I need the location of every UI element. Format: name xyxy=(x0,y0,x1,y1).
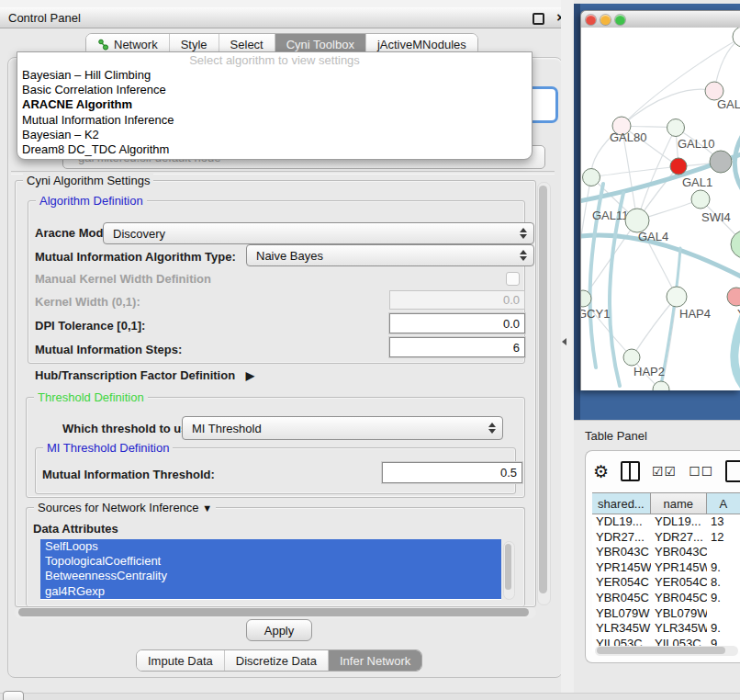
dropdown-item-basic-correlation-inference[interactable]: Basic Correlation Inference xyxy=(17,83,532,97)
table-row[interactable]: YBR043CYBR043C xyxy=(592,545,740,560)
network-icon xyxy=(97,39,109,51)
network-window-titlebar[interactable] xyxy=(580,10,740,29)
control-panel-title: Control Panel xyxy=(8,11,81,25)
network-node-swi4[interactable] xyxy=(691,190,710,209)
table-cell: YPR145W xyxy=(592,560,651,576)
column-header-name[interactable]: name xyxy=(651,493,707,514)
table-cell: YBR045C xyxy=(651,591,707,606)
mi-steps-input[interactable]: 6 xyxy=(389,337,525,357)
which-threshold-label: Which threshold to use: xyxy=(62,422,198,435)
application-window: Control Panel × NetworkStyleSelectCyni T… xyxy=(0,0,740,700)
splitter-collapse-icon[interactable] xyxy=(562,338,566,345)
table-cell: YBR043C xyxy=(651,545,707,560)
mi-type-combo[interactable]: Naive Bayes xyxy=(246,244,534,266)
float-window-icon[interactable] xyxy=(533,13,544,25)
network-canvas[interactable]: GALGAL80GAL10GAL1GAL11SWI4GAL4GCY1HAP4YH… xyxy=(580,28,740,390)
bottom-tab-discretize-data[interactable]: Discretize Data xyxy=(225,650,329,671)
kernel-width-input[interactable]: 0.0 xyxy=(389,290,525,310)
dropdown-item-dream8-dc-tdc-algorithm[interactable]: Dream8 DC_TDC Algorithm xyxy=(17,142,532,157)
apply-button[interactable]: Apply xyxy=(246,619,312,641)
mi-threshold-label: Mutual Information Threshold: xyxy=(42,468,215,481)
control-panel-header: Control Panel × xyxy=(0,7,574,28)
dropdown-item-bayesian-hill-climbing[interactable]: Bayesian – Hill Climbing xyxy=(17,68,532,83)
bottom-tab-impute-data[interactable]: Impute Data xyxy=(137,650,225,671)
document-icon[interactable] xyxy=(725,460,740,482)
dpi-tolerance-input[interactable]: 0.0 xyxy=(389,313,525,333)
table-row[interactable]: YER054CYER054C8. xyxy=(592,575,740,591)
network-node[interactable] xyxy=(653,381,669,390)
settings-vertical-scrollbar[interactable] xyxy=(537,182,551,605)
data-attributes-list: SelfLoopsTopologicalCoefficientBetweenne… xyxy=(40,539,501,600)
table-cell: 8. xyxy=(707,575,740,591)
table-row[interactable]: YBR045CYBR045C9. xyxy=(592,591,740,606)
network-node-hap2[interactable] xyxy=(623,349,640,366)
dropdown-item-bayesian-k2[interactable]: Bayesian – K2 xyxy=(17,128,532,142)
dpi-tolerance-label: DPI Tolerance [0,1]: xyxy=(35,319,145,333)
attribute-item-betweennesscentrality[interactable]: BetweennessCentrality xyxy=(40,569,501,583)
bottom-tab-infer-network[interactable]: Infer Network xyxy=(329,650,421,671)
network-node[interactable] xyxy=(731,231,740,258)
close-traffic-light-icon[interactable] xyxy=(586,15,596,25)
tab-cyni-toolbox-label: Cyni Toolbox xyxy=(286,38,354,51)
aracne-mode-value: Discovery xyxy=(113,227,165,241)
table-horizontal-scrollbar[interactable] xyxy=(595,646,738,656)
split-columns-icon[interactable] xyxy=(621,461,640,481)
data-attributes-label: Data Attributes xyxy=(33,522,118,536)
which-threshold-combo[interactable]: MI Threshold xyxy=(182,416,503,440)
table-cell: 9. xyxy=(707,560,740,576)
list-scrollbar-thumb[interactable] xyxy=(505,544,511,590)
threshold-definition-title: Threshold Definition xyxy=(34,390,148,404)
dropdown-item-mutual-information-inference[interactable]: Mutual Information Inference xyxy=(17,113,532,128)
sources-title[interactable]: Sources for Network Inference ▼ xyxy=(34,501,216,514)
desktop-edge xyxy=(574,4,580,420)
checked-boxes-icon[interactable]: ☑☑ xyxy=(652,464,677,479)
settings-horizontal-scrollbar[interactable] xyxy=(15,607,536,618)
list-vertical-scrollbar[interactable] xyxy=(503,541,515,600)
hub-definition-toggle[interactable]: Hub/Transcription Factor Definition ▶ xyxy=(35,368,254,382)
network-graph: GALGAL80GAL10GAL1GAL11SWI4GAL4GCY1HAP4YH… xyxy=(581,28,740,390)
network-node-gal11[interactable] xyxy=(583,169,600,186)
table-row[interactable]: YPR145WYPR145W9. xyxy=(592,560,740,576)
attribute-item-topologicalcoefficient[interactable]: TopologicalCoefficient xyxy=(40,554,501,569)
network-edge xyxy=(622,89,714,126)
network-node-hap4[interactable] xyxy=(667,287,687,307)
table-panel-title: Table Panel xyxy=(585,429,647,443)
table-cell: YBL079W xyxy=(592,606,651,622)
settings-scrollbar-thumb[interactable] xyxy=(539,186,547,593)
mi-threshold-input[interactable]: 0.5 xyxy=(382,462,522,483)
table-cell: YLR345W xyxy=(651,621,707,637)
unchecked-boxes-icon[interactable]: ☐☐ xyxy=(689,464,713,479)
mi-type-value: Naive Bayes xyxy=(256,249,323,263)
table-row[interactable]: YBL079WYBL079W xyxy=(592,606,740,622)
network-window[interactable]: GALGAL80GAL10GAL1GAL11SWI4GAL4GCY1HAP4YH… xyxy=(580,10,740,390)
aracne-mode-combo[interactable]: Discovery xyxy=(103,222,534,244)
manual-kernel-checkbox[interactable] xyxy=(506,272,520,286)
network-node[interactable] xyxy=(710,151,732,173)
table-row[interactable]: YDR27...YDR27...12 xyxy=(592,530,740,546)
gear-icon[interactable]: ⚙ xyxy=(593,463,609,480)
corner-button[interactable] xyxy=(3,691,24,700)
settings-hscrollbar-thumb[interactable] xyxy=(18,608,529,616)
minimize-traffic-light-icon[interactable] xyxy=(600,15,611,25)
table-row[interactable]: YLR345WYLR345W9. xyxy=(592,621,740,637)
network-node-gal1[interactable] xyxy=(670,158,687,175)
table-row[interactable]: YDL19...YDL19...13 xyxy=(592,514,740,530)
dropdown-item-aracne-algorithm[interactable]: ARACNE Algorithm xyxy=(17,97,532,112)
panel-splitter[interactable] xyxy=(561,0,574,694)
column-header-shared[interactable]: shared... xyxy=(592,493,651,514)
table-cell: YDR27... xyxy=(592,530,651,546)
network-desktop: GALGAL80GAL10GAL1GAL11SWI4GAL4GCY1HAP4YH… xyxy=(574,4,740,420)
collapse-arrow-icon: ▼ xyxy=(202,502,212,514)
table-cell xyxy=(707,545,740,560)
attribute-item-gal4rgexp[interactable]: gal4RGexp xyxy=(40,584,501,599)
table-cell: YBR045C xyxy=(592,591,651,606)
table-cell: 12 xyxy=(707,530,740,546)
attribute-item-selfloops[interactable]: SelfLoops xyxy=(40,539,501,554)
table-hscrollbar-thumb[interactable] xyxy=(597,647,725,654)
node-label-gal4: GAL4 xyxy=(638,230,668,243)
column-header-a[interactable]: A xyxy=(707,493,740,514)
network-node-y[interactable] xyxy=(727,288,740,306)
network-node-gal10[interactable] xyxy=(667,119,685,137)
bottom-tab-discretize-data-label: Discretize Data xyxy=(236,654,317,668)
zoom-traffic-light-icon[interactable] xyxy=(615,15,625,25)
